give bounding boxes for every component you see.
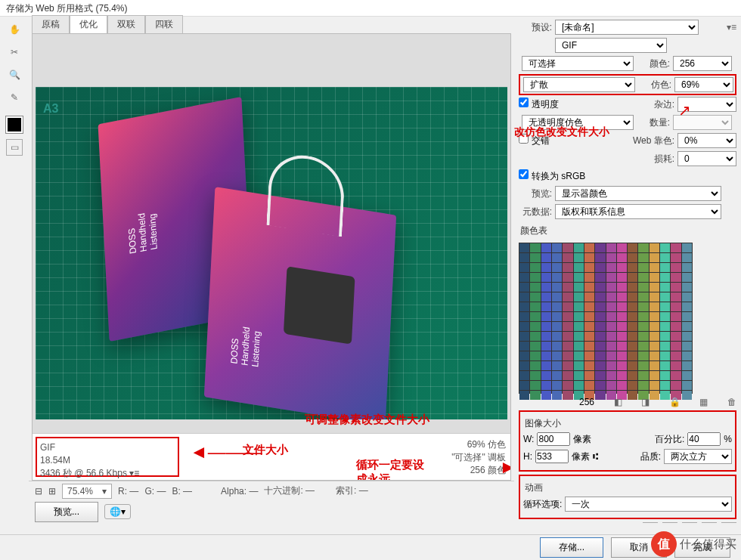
zoom-tool-icon[interactable]: 🔍 <box>6 67 23 83</box>
watermark: 值 什么值得买 <box>651 531 736 557</box>
dither-type-select[interactable]: 扩散 <box>523 77 635 92</box>
image-size-section: 图像大小 W:像素 百分比:% H:像素 ⑆ 品质:两次立方 <box>519 410 736 472</box>
annotation-pixel: 可调整像素改变文件大小 <box>305 413 429 427</box>
hand-tool-icon[interactable]: ✋ <box>6 21 23 38</box>
lock-icon[interactable]: 🔒 <box>669 397 681 407</box>
reduction-select[interactable]: 可选择 <box>522 56 634 71</box>
zoom-in-icon[interactable]: ⊞ <box>48 486 56 497</box>
metadata-select[interactable]: 版权和联系信息 <box>555 204 721 219</box>
mat-label: A3 <box>43 102 58 116</box>
quality-select[interactable]: 两次立方 <box>664 449 732 464</box>
format-select[interactable]: GIF <box>555 38 667 53</box>
zoom-select[interactable]: 75.4%▾ <box>62 484 112 499</box>
preview-button[interactable]: 预览... <box>35 502 98 522</box>
tool-column: ✋ ✂ 🔍 ✎ ▭ <box>0 17 29 523</box>
panel-menu-icon[interactable]: ▾≡ <box>727 22 736 32</box>
link-icon[interactable]: ⑆ <box>593 451 598 462</box>
view-tabs: 原稿 优化 双联 四联 <box>29 17 514 33</box>
first-frame-icon[interactable]: ⏮ <box>643 522 658 523</box>
annotation-loop: 循环一定要设成永远 <box>356 458 435 481</box>
window-title: 存储为 Web 所用格式 (75.4%) <box>0 0 741 17</box>
slice-tool-icon[interactable]: ✂ <box>6 44 23 60</box>
prev-frame-icon[interactable]: ◀ <box>662 522 677 523</box>
new-icon[interactable]: ▦ <box>699 397 708 407</box>
tab-4up[interactable]: 四联 <box>145 15 183 33</box>
file-info-box: GIF 18.54M 3436 秒 @ 56.6 Kbps ▾≡ <box>36 437 179 477</box>
lossy-select[interactable]: 0 <box>677 151 736 166</box>
websnap-select[interactable]: 0% <box>677 133 736 148</box>
srgb-check[interactable]: 转换为 sRGB <box>519 169 585 183</box>
height-input[interactable] <box>535 450 569 463</box>
transparency-check[interactable]: 透明度 <box>519 97 559 111</box>
trash-icon[interactable]: 🗑 <box>727 397 736 407</box>
dither-highlight: 扩散 仿色: 69% <box>519 74 736 95</box>
zoom-out-icon[interactable]: ⊟ <box>35 486 42 497</box>
footer: 存储... 取消 完成 <box>0 534 741 560</box>
tab-2up[interactable]: 双联 <box>107 15 145 33</box>
ct-icon-2[interactable]: ◨ <box>641 397 650 407</box>
dither-amount-select[interactable]: 69% <box>674 77 733 92</box>
last-frame-icon[interactable]: ⏭ <box>721 522 736 523</box>
colors-select[interactable]: 256 <box>673 56 732 71</box>
next-frame-icon[interactable]: ▶ <box>702 522 717 523</box>
slice-visibility-icon[interactable]: ▭ <box>6 139 23 156</box>
animation-section: 动画 循环选项: 一次 <box>519 475 736 519</box>
loop-select[interactable]: 一次 <box>565 497 732 512</box>
preview-profile-select[interactable]: 显示器颜色 <box>555 186 721 201</box>
info-bar: GIF 18.54M 3436 秒 @ 56.6 Kbps ▾≡ 文件大小 ◄—… <box>33 433 510 480</box>
annotation-dither: 可改仿色改变文件大小 <box>514 125 609 139</box>
eyedropper-tool-icon[interactable]: ✎ <box>6 89 23 106</box>
width-input[interactable] <box>537 432 570 446</box>
play-icon[interactable]: ▶ <box>682 522 697 523</box>
color-table[interactable] <box>519 243 693 394</box>
browser-icon[interactable]: 🌐▾ <box>104 504 131 519</box>
status-bar: ⊟ ⊞ 75.4%▾ R: —G: —B: — Alpha: — 十六进制: —… <box>29 481 514 500</box>
foreground-swatch[interactable] <box>6 116 23 133</box>
save-button[interactable]: 存储... <box>540 537 603 558</box>
settings-panel: 预设: [未命名] ▾≡ GIF 可选择 颜色: 256 扩散 仿色: 69% … <box>514 17 741 523</box>
preset-select[interactable]: [未命名] <box>555 20 699 35</box>
tab-optimized[interactable]: 优化 <box>70 15 107 33</box>
percent-input[interactable] <box>687 432 721 446</box>
color-table-title: 颜色表 <box>519 222 736 240</box>
ct-icon-1[interactable]: ◧ <box>614 397 622 407</box>
tab-original[interactable]: 原稿 <box>32 15 70 33</box>
preview-canvas: A3 DOSSHandheldListening DOSSHandheldLis… <box>32 33 511 481</box>
